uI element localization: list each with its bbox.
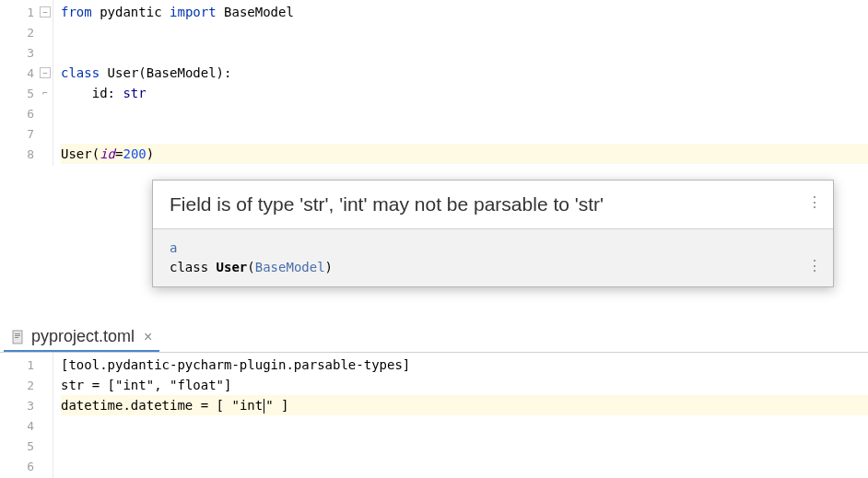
str-literal: "float": [170, 378, 224, 392]
fold-end-icon[interactable]: ⌐: [40, 87, 51, 99]
keyword: class: [61, 65, 100, 80]
tooltip-title: Field is of type 'str', 'int' may not be…: [170, 193, 604, 215]
toml-section: [tool.pydantic-pycharm-plugin.parsable-t…: [61, 357, 410, 372]
python-editor[interactable]: 1− 2 3 4− 5⌐ 6 7 8 from pydantic import …: [0, 0, 868, 166]
line-number: 2: [27, 26, 34, 40]
toml-editor[interactable]: 1 2 3 4 5 6 [tool.pydantic-pycharm-plugi…: [0, 353, 868, 478]
gutter: 1 2 3 4 5 6: [0, 353, 53, 478]
line-number: 1: [27, 6, 34, 19]
more-icon[interactable]: ⋮: [807, 193, 822, 211]
module-name: pydantic: [100, 5, 161, 19]
more-icon[interactable]: ⋮: [807, 255, 822, 277]
tab-pyproject[interactable]: pyproject.toml ×: [4, 323, 159, 352]
keyword: import: [170, 5, 217, 19]
toml-key: str: [61, 378, 84, 392]
svg-rect-2: [15, 335, 20, 336]
str-literal: "int: [231, 398, 263, 413]
tooltip-kw: class: [170, 260, 217, 274]
tab-filename: pyproject.toml: [31, 327, 135, 346]
toml-key: datetime.datetime: [61, 398, 193, 413]
svg-rect-3: [15, 337, 18, 338]
base-class: BaseModel: [147, 65, 217, 80]
tooltip-link[interactable]: a: [170, 240, 177, 255]
kwarg-name: id: [100, 146, 115, 161]
tooltip-param: BaseModel: [255, 260, 325, 274]
line-number: 3: [27, 46, 34, 60]
line-number: 6: [27, 107, 34, 121]
fold-marker-icon[interactable]: −: [40, 6, 51, 17]
keyword: from: [61, 5, 92, 19]
file-icon: [11, 330, 26, 344]
field-name: id: [92, 86, 108, 100]
line-number: 1: [27, 358, 34, 372]
svg-rect-1: [15, 333, 20, 334]
line-number: 2: [27, 379, 34, 392]
tooltip-class-name: User: [217, 260, 248, 274]
fold-marker-icon[interactable]: −: [40, 67, 51, 78]
line-number: 5: [27, 87, 34, 100]
class-ref: BaseModel: [224, 5, 294, 19]
int-literal: 200: [123, 146, 146, 161]
line-number: 5: [27, 439, 34, 453]
line-number: 7: [27, 127, 34, 141]
line-number: 3: [27, 399, 34, 413]
gutter: 1− 2 3 4− 5⌐ 6 7 8: [0, 0, 53, 166]
str-literal: "int": [115, 378, 154, 392]
class-name: User: [108, 65, 139, 80]
line-number: 6: [27, 460, 34, 473]
file-tab-bar: pyproject.toml ×: [0, 321, 868, 353]
line-number: 4: [27, 66, 34, 80]
line-number: 8: [27, 147, 34, 161]
inspection-tooltip: Field is of type 'str', 'int' may not be…: [152, 180, 834, 287]
call-name: User: [61, 146, 92, 161]
close-icon[interactable]: ×: [144, 329, 152, 345]
type-ref: str: [123, 86, 146, 100]
line-number: 4: [27, 419, 34, 433]
